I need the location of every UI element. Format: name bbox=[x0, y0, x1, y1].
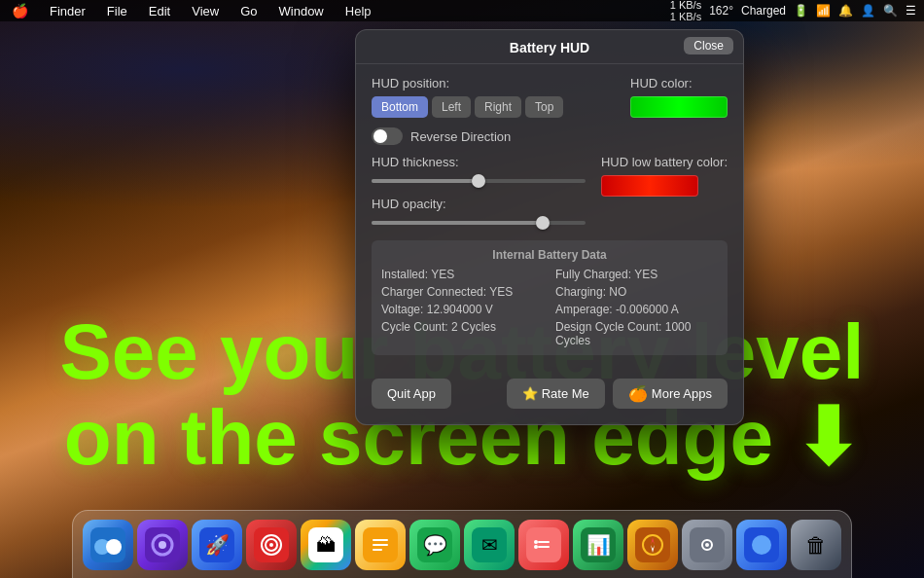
dock-icon-trash[interactable]: 🗑 bbox=[791, 520, 841, 570]
menubar-left: 🍎 Finder File Edit View Go Window Help bbox=[8, 3, 375, 18]
finder-menu[interactable]: Finder bbox=[46, 4, 89, 18]
dialog-footer: Quit App ⭐ Rate Me 🍊 More Apps bbox=[356, 379, 743, 409]
svg-point-2 bbox=[106, 539, 122, 555]
dock-icon-notes[interactable] bbox=[355, 520, 406, 570]
apps-icon: 🍊 bbox=[628, 384, 648, 403]
battery-hud-dialog: Battery HUD Close HUD position: Bottom L… bbox=[355, 29, 744, 425]
dock-icon-settings[interactable] bbox=[682, 520, 732, 570]
more-apps-button[interactable]: 🍊 More Apps bbox=[613, 379, 728, 409]
svg-rect-24 bbox=[538, 541, 550, 543]
position-btn-top[interactable]: Top bbox=[525, 96, 563, 118]
user-icon: 👤 bbox=[861, 4, 875, 18]
battery-icon: 🔋 bbox=[794, 4, 808, 18]
quit-app-button[interactable]: Quit App bbox=[372, 379, 451, 409]
help-menu[interactable]: Help bbox=[341, 4, 375, 18]
battery-item-charging: Charging: NO bbox=[555, 285, 718, 299]
dock-icon-reminders[interactable] bbox=[518, 520, 569, 570]
svg-point-12 bbox=[269, 543, 273, 547]
dock-icon-compass[interactable] bbox=[627, 520, 678, 570]
menubar-right: 1 KB/s1 KB/s 162° Charged 🔋 📶 🔔 👤 🔍 ☰ bbox=[670, 0, 916, 22]
dialog-titlebar: Battery HUD Close bbox=[356, 30, 743, 64]
dialog-title: Battery HUD bbox=[510, 40, 589, 55]
svg-rect-16 bbox=[373, 539, 388, 541]
reverse-direction-row: Reverse Direction bbox=[372, 127, 728, 145]
reverse-direction-toggle[interactable] bbox=[372, 127, 403, 145]
battery-item-fully-charged: Fully Charged: YES bbox=[555, 268, 718, 281]
star-icon: ⭐ bbox=[522, 386, 538, 401]
position-btn-left[interactable]: Left bbox=[432, 96, 471, 118]
file-menu[interactable]: File bbox=[103, 4, 131, 18]
network-speed: 1 KB/s1 KB/s bbox=[670, 0, 701, 22]
rate-me-button[interactable]: ⭐ Rate Me bbox=[507, 379, 605, 409]
battery-item-charger-connected: Charger Connected: YES bbox=[381, 285, 544, 299]
battery-data-section: Internal Battery Data Installed: YES Ful… bbox=[372, 240, 728, 355]
battery-item-cycle-count: Cycle Count: 2 Cycles bbox=[381, 320, 544, 347]
battery-status: Charged bbox=[741, 4, 786, 18]
go-menu[interactable]: Go bbox=[236, 4, 261, 18]
dock-icon-siri[interactable] bbox=[137, 520, 188, 570]
hud-opacity-slider[interactable] bbox=[372, 215, 586, 231]
svg-text:📊: 📊 bbox=[586, 533, 611, 557]
svg-point-26 bbox=[534, 540, 538, 544]
hud-opacity-label: HUD opacity: bbox=[372, 197, 586, 211]
position-btn-right[interactable]: Right bbox=[475, 96, 521, 118]
arrow-icon: ⬇ bbox=[795, 395, 860, 481]
close-button[interactable]: Close bbox=[684, 37, 733, 54]
hud-low-battery-section: HUD low battery color: bbox=[601, 155, 728, 197]
hud-color-label: HUD color: bbox=[630, 76, 728, 90]
hud-low-battery-label: HUD low battery color: bbox=[601, 155, 728, 169]
dock-icon-blue-app[interactable] bbox=[736, 520, 787, 570]
dock: 🚀 🏔 💬 ✉ 📊 🗑 bbox=[72, 510, 852, 578]
battery-item-installed: Installed: YES bbox=[381, 268, 544, 281]
svg-text:💬: 💬 bbox=[423, 533, 447, 557]
svg-rect-18 bbox=[373, 549, 382, 551]
svg-rect-25 bbox=[538, 546, 550, 548]
reverse-direction-label: Reverse Direction bbox=[410, 129, 511, 144]
apple-menu[interactable]: 🍎 bbox=[8, 3, 32, 18]
dock-icon-numbers[interactable]: 📊 bbox=[573, 520, 623, 570]
hud-position-label: HUD position: bbox=[372, 76, 615, 90]
svg-point-36 bbox=[705, 543, 709, 547]
svg-rect-23 bbox=[526, 527, 561, 562]
hud-thickness-slider[interactable] bbox=[372, 173, 586, 189]
dock-icon-target[interactable] bbox=[246, 520, 297, 570]
svg-point-38 bbox=[752, 535, 771, 555]
dialog-body: HUD position: Bottom Left Right Top HUD … bbox=[356, 64, 743, 379]
hud-low-battery-color-bar[interactable] bbox=[601, 175, 698, 197]
position-buttons-group: Bottom Left Right Top bbox=[372, 96, 615, 118]
window-menu[interactable]: Window bbox=[275, 4, 328, 18]
position-btn-bottom[interactable]: Bottom bbox=[372, 96, 428, 118]
dock-icon-photos[interactable]: 🏔 bbox=[301, 520, 351, 570]
svg-text:🚀: 🚀 bbox=[205, 533, 230, 557]
wifi-icon: 📶 bbox=[816, 4, 831, 18]
menubar: 🍎 Finder File Edit View Go Window Help 1… bbox=[0, 0, 924, 21]
dock-icon-launchpad[interactable]: 🚀 bbox=[192, 520, 242, 570]
svg-point-6 bbox=[159, 541, 166, 549]
notification-icon: 🔔 bbox=[838, 4, 853, 18]
svg-text:🏔: 🏔 bbox=[316, 534, 336, 556]
hud-color-section: HUD color: bbox=[630, 76, 728, 118]
view-menu[interactable]: View bbox=[188, 4, 223, 18]
svg-point-27 bbox=[534, 545, 538, 549]
battery-item-voltage: Voltage: 12.904000 V bbox=[381, 303, 544, 316]
hud-thickness-label: HUD thickness: bbox=[372, 155, 586, 169]
svg-text:✉: ✉ bbox=[481, 534, 498, 556]
svg-rect-17 bbox=[373, 544, 388, 546]
battery-data-grid: Installed: YES Fully Charged: YES Charge… bbox=[381, 268, 718, 347]
battery-item-amperage: Amperage: -0.006000 A bbox=[555, 303, 718, 316]
dock-icon-messages[interactable]: 💬 bbox=[409, 520, 460, 570]
temperature: 162° bbox=[709, 4, 733, 18]
search-icon[interactable]: 🔍 bbox=[883, 4, 898, 18]
svg-text:🗑: 🗑 bbox=[805, 533, 827, 558]
control-center-icon[interactable]: ☰ bbox=[906, 4, 916, 18]
battery-section-title: Internal Battery Data bbox=[381, 248, 718, 262]
svg-rect-30 bbox=[635, 527, 670, 562]
battery-item-design-cycle: Design Cycle Count: 1000 Cycles bbox=[555, 320, 718, 347]
edit-menu[interactable]: Edit bbox=[145, 4, 174, 18]
dock-icon-finder[interactable] bbox=[83, 520, 133, 570]
hud-color-bar[interactable] bbox=[630, 96, 728, 118]
dock-icon-imessage[interactable]: ✉ bbox=[464, 520, 515, 570]
